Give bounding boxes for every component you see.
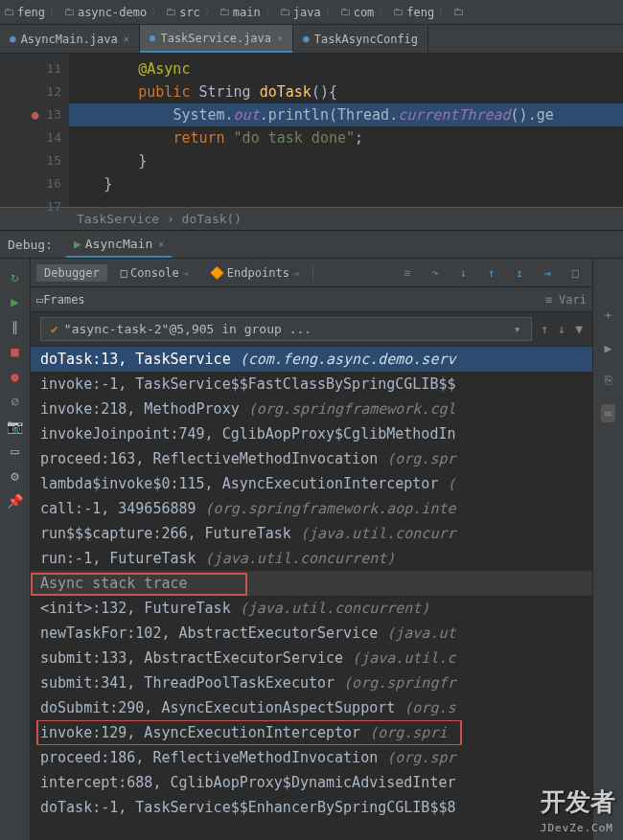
editor-tab[interactable]: ●AsyncMain.java✕	[0, 25, 140, 53]
stack-frame[interactable]: call:-1, 349656889 (org.springframework.…	[31, 496, 592, 521]
thread-dropdown[interactable]: ✔ "async-task-2"@5,905 in group ... ▾	[40, 317, 532, 341]
debug-left-toolbar: ↻ ▶ ∥ ■ ● ⌀ 📷 ▭ ⚙ 📌	[0, 259, 31, 840]
editor-tab[interactable]: ●TaskService.java✕	[140, 25, 293, 53]
thread-name: "async-task-2"@5,905 in group ...	[64, 322, 312, 336]
filter-frames-icon[interactable]: ▼	[575, 322, 583, 336]
stack-frame[interactable]: invoke:129, AsyncExecutionInterceptor (o…	[31, 720, 592, 745]
stack-frame[interactable]: run$$$capture:266, FutureTask (java.util…	[31, 521, 592, 546]
code-line[interactable]: System.out.println(Thread.currentThread(…	[69, 103, 623, 126]
code-line[interactable]: }	[69, 172, 623, 195]
stack-frame[interactable]: doSubmit:290, AsyncExecutionAspectSuppor…	[31, 695, 592, 720]
mute-breakpoints-icon[interactable]: ⌀	[11, 389, 18, 414]
breadcrumb-item[interactable]: 〉🗀main	[200, 4, 261, 20]
gutter: 1112● 1314151617	[0, 54, 69, 207]
frames-list[interactable]: doTask:13, TaskService (com.feng.async.d…	[31, 347, 592, 840]
stack-frame[interactable]: newTaskFor:102, AbstractExecutorService …	[31, 621, 592, 646]
stack-frame[interactable]: intercept:688, CglibAopProxy$DynamicAdvi…	[31, 770, 592, 795]
debug-header: Debug: ▶ AsyncMain ✕	[0, 230, 623, 259]
breadcrumb-item[interactable]: 〉🗀src	[147, 4, 200, 20]
step-button-6[interactable]: □	[565, 264, 587, 282]
debug-toolbar: Debugger □Console⇥ 🔶Endpoints⇥ ≡↷↓↑↥⇥□	[31, 259, 592, 287]
camera-icon[interactable]: 📷	[7, 414, 23, 439]
stack-frame[interactable]: invokeJoinpoint:749, CglibAopProxy$Cglib…	[31, 421, 592, 446]
link-icon[interactable]: ∞	[601, 404, 616, 422]
add-watch-icon[interactable]: ＋	[602, 306, 614, 324]
view-breakpoints-icon[interactable]: ●	[11, 364, 18, 389]
stack-frame[interactable]: submit:133, AbstractExecutorService (jav…	[31, 646, 592, 670]
code-line[interactable]: return "do task done";	[69, 126, 623, 149]
rerun-icon[interactable]: ↻	[11, 264, 18, 289]
breadcrumb-item[interactable]: 〉🗀java	[261, 4, 321, 20]
next-frame-icon[interactable]: ↓	[558, 322, 565, 336]
nav-hint: TaskService › doTask()	[0, 207, 623, 230]
evaluate-icon[interactable]: ▶	[605, 341, 612, 355]
pin-icon[interactable]: 📌	[7, 488, 23, 513]
code-line[interactable]	[69, 195, 623, 207]
code-line[interactable]: @Async	[69, 57, 623, 80]
step-button-1[interactable]: ↷	[425, 264, 447, 282]
breadcrumb-item[interactable]: 〉🗀com	[321, 4, 375, 20]
stack-frame[interactable]: <init>:132, FutureTask (java.util.concur…	[31, 596, 592, 621]
editor-tab[interactable]: ●TaskAsyncConfig	[293, 25, 428, 53]
prev-frame-icon[interactable]: ↑	[542, 322, 549, 336]
copy-icon[interactable]: ⎘	[605, 373, 612, 387]
async-stack-header: Async stack trace	[31, 571, 592, 596]
code-editor[interactable]: 1112● 1314151617 @Async public String do…	[0, 54, 623, 207]
run-config-name: AsyncMain	[85, 237, 152, 251]
settings-icon[interactable]: ⚙	[11, 464, 18, 488]
stack-frame[interactable]: lambda$invoke$0:115, AsyncExecutionInter…	[31, 471, 592, 496]
pause-icon[interactable]: ∥	[12, 314, 18, 339]
step-button-0[interactable]: ≡	[396, 264, 418, 282]
watermark: 开发者	[541, 785, 615, 819]
breadcrumb-item[interactable]: 〉🗀async-demo	[45, 4, 147, 20]
close-icon[interactable]: ✕	[158, 238, 164, 249]
code-line[interactable]: public String doTask(){	[69, 80, 623, 103]
stack-frame[interactable]: proceed:186, ReflectiveMethodInvocation …	[31, 745, 592, 770]
debugger-tab[interactable]: Debugger	[36, 264, 107, 282]
run-icon: ▶	[74, 237, 81, 251]
step-button-3[interactable]: ↑	[480, 264, 502, 282]
resume-icon[interactable]: ▶	[11, 289, 18, 314]
stack-frame[interactable]: proceed:163, ReflectiveMethodInvocation …	[31, 446, 592, 471]
stack-frame[interactable]: submit:341, ThreadPoolTaskExecutor (org.…	[31, 670, 592, 695]
check-icon: ✔	[51, 322, 58, 336]
stop-icon[interactable]: ■	[11, 339, 18, 364]
stack-frame[interactable]: run:-1, FutureTask (java.util.concurrent…	[31, 546, 592, 571]
endpoints-tab[interactable]: 🔶Endpoints⇥	[202, 264, 307, 282]
code-area[interactable]: @Async public String doTask(){ System.ou…	[69, 54, 623, 207]
frames-icon: ▭	[36, 293, 43, 306]
step-button-5[interactable]: ⇥	[537, 264, 559, 282]
layout-icon[interactable]: ▭	[11, 439, 18, 464]
step-button-4[interactable]: ↥	[508, 264, 530, 282]
debug-title: Debug:	[8, 238, 53, 252]
debug-run-tab[interactable]: ▶ AsyncMain ✕	[66, 231, 172, 258]
console-tab[interactable]: □Console⇥	[113, 264, 196, 282]
watermark-sub: JDevZe.CoM	[541, 822, 613, 834]
breadcrumb-item[interactable]: 〉🗀feng	[374, 4, 434, 20]
frames-header: ▭ Frames ≡ Vari	[31, 287, 592, 312]
breadcrumbs[interactable]: 🗀feng〉🗀async-demo〉🗀src〉🗀main〉🗀java〉🗀com〉…	[0, 0, 623, 25]
stack-frame[interactable]: invoke:218, MethodProxy (org.springframe…	[31, 397, 592, 421]
code-line[interactable]: }	[69, 149, 623, 172]
stack-frame[interactable]: invoke:-1, TaskService$$FastClassBySprin…	[31, 372, 592, 397]
vars-label: ≡ Vari	[545, 293, 587, 306]
stack-frame[interactable]: doTask:-1, TaskService$$EnhancerBySpring…	[31, 795, 592, 820]
editor-tabs: ●AsyncMain.java✕●TaskService.java✕●TaskA…	[0, 25, 623, 54]
breadcrumb-item[interactable]: 🗀feng	[4, 6, 45, 19]
stack-frame[interactable]: doTask:13, TaskService (com.feng.async.d…	[31, 347, 592, 372]
chevron-down-icon: ▾	[514, 322, 521, 336]
debug-right-toolbar: ＋ ▶ ⎘ ∞	[592, 259, 623, 840]
thread-selector-row: ✔ "async-task-2"@5,905 in group ... ▾ ↑ …	[31, 312, 592, 347]
step-button-2[interactable]: ↓	[452, 264, 474, 282]
frames-label: Frames	[43, 293, 84, 306]
